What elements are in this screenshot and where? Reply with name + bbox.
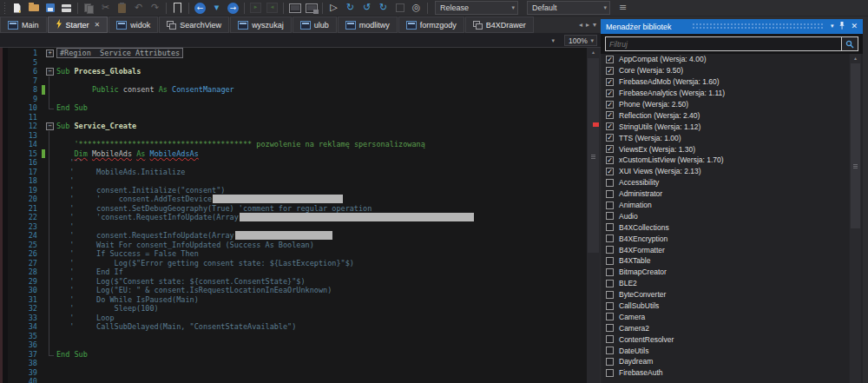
library-checkbox[interactable]: ✓ (606, 156, 614, 164)
library-checkbox[interactable]: ✓ (606, 67, 614, 75)
library-item[interactable]: B4XTable (602, 255, 849, 267)
rapid-debug-button[interactable]: ↺ (359, 2, 374, 15)
library-checkbox[interactable] (606, 257, 614, 265)
fold-expand-icon[interactable]: + (46, 50, 54, 57)
tab-scroll-left-icon[interactable]: ◂ (579, 21, 582, 29)
tab-searchview[interactable]: SearchView (159, 17, 229, 33)
library-item[interactable]: B4XEncryption (602, 233, 849, 244)
scrollbar-thumb[interactable] (588, 58, 599, 253)
member-dropdown[interactable]: ▾ (7, 35, 559, 46)
filter-input[interactable] (606, 37, 841, 50)
tab-b4xdrawer[interactable]: B4XDrawer (465, 17, 534, 33)
library-checkbox[interactable] (606, 313, 614, 320)
library-checkbox[interactable]: ✓ (606, 78, 614, 86)
library-item[interactable]: B4XCollections (602, 221, 849, 233)
library-item[interactable]: ✓xCustomListView (Wersja: 1.70) (602, 155, 849, 166)
conditional-symbols-combo[interactable]: Default▾ (527, 1, 610, 15)
library-item[interactable]: Daydream (602, 356, 849, 367)
bridge-button[interactable] (304, 2, 319, 15)
library-checkbox[interactable]: ✓ (606, 168, 614, 175)
library-checkbox[interactable] (606, 234, 614, 242)
panel-title-bar[interactable]: Menadżer bibliotek ▾ ✕ (601, 19, 863, 34)
library-checkbox[interactable] (606, 291, 614, 299)
scroll-up-icon[interactable]: ▴ (850, 55, 861, 61)
library-checkbox[interactable] (606, 268, 614, 276)
navigate-back-caret[interactable]: ▾ (209, 2, 224, 15)
library-checkbox[interactable] (606, 335, 614, 343)
library-item[interactable]: Audio (602, 210, 849, 221)
tab-modlitwy[interactable]: modlitwy (338, 17, 398, 33)
library-item[interactable]: Camera (602, 311, 849, 322)
library-item[interactable]: Animation (602, 200, 849, 211)
library-checkbox[interactable]: ✓ (606, 111, 614, 119)
tab-scroll-right-icon[interactable]: ▸ (586, 21, 589, 29)
library-item[interactable]: Administrator (602, 188, 849, 200)
library-item[interactable]: ✓StringUtils (Wersja: 1.12) (602, 121, 849, 132)
library-item[interactable]: ✓Phone (Wersja: 2.50) (602, 99, 849, 110)
scroll-up-icon[interactable]: ▴ (587, 49, 600, 55)
code-editor[interactable]: 1+#Region Service Attributes56−Sub Proce… (0, 48, 587, 383)
resume-button[interactable]: ↻ (376, 2, 391, 15)
navigate-forward-button[interactable]: → (226, 2, 240, 15)
library-checkbox[interactable]: ✓ (606, 101, 614, 109)
library-item[interactable]: Accessibility (602, 177, 849, 188)
compile-run-button[interactable]: ↻ (343, 2, 358, 15)
tab-widok[interactable]: widok (108, 17, 158, 33)
toolbar-overflow[interactable]: ≡ (615, 2, 630, 15)
tab-ulub[interactable]: ulub (293, 17, 337, 33)
library-checkbox[interactable] (606, 246, 614, 254)
library-item[interactable]: FirebaseAuth (602, 367, 849, 379)
library-item[interactable]: ✓AppCompat (Wersja: 4.00) (602, 54, 849, 65)
close-icon[interactable]: ✕ (95, 21, 101, 29)
fold-collapse-icon[interactable]: − (46, 68, 54, 76)
editor-zoom-dropdown[interactable]: 100% ▾ (564, 35, 597, 46)
library-checkbox[interactable] (606, 347, 614, 354)
library-item[interactable]: ✓ViewsEx (Wersja: 1.30) (602, 143, 849, 155)
close-icon[interactable]: ✕ (851, 23, 858, 30)
library-checkbox[interactable]: ✓ (606, 145, 614, 153)
tab-main[interactable]: Main (0, 17, 47, 33)
library-item[interactable]: ✓FirebaseAdMob (Wersja: 1.60) (602, 76, 849, 88)
designer-button[interactable] (287, 2, 302, 15)
library-checkbox[interactable] (606, 302, 614, 310)
library-checkbox[interactable]: ✓ (606, 89, 614, 97)
library-item[interactable]: Camera2 (602, 322, 849, 333)
library-checkbox[interactable] (606, 190, 614, 198)
library-item[interactable]: BitmapCreator (602, 267, 849, 278)
tab-starter[interactable]: Starter✕ (48, 17, 108, 33)
library-checkbox[interactable] (606, 201, 614, 209)
library-item[interactable]: CallSubUtils (602, 300, 849, 312)
library-item[interactable]: ✓FirebaseAnalytics (Wersja: 1.11) (602, 88, 849, 99)
library-checkbox[interactable] (606, 324, 614, 332)
library-checkbox[interactable] (606, 369, 614, 377)
library-item[interactable]: ✓Reflection (Wersja: 2.40) (602, 109, 849, 121)
library-item[interactable]: BLE2 (602, 278, 849, 289)
export-zip-button[interactable] (59, 2, 74, 15)
library-checkbox[interactable]: ✓ (606, 56, 614, 63)
library-checkbox[interactable] (606, 358, 614, 366)
open-button[interactable] (26, 2, 41, 15)
library-item[interactable]: ✓TTS (Wersja: 1.00) (602, 132, 849, 143)
library-checkbox[interactable] (606, 223, 614, 231)
tab-list-menu-icon[interactable]: ▾ (593, 21, 596, 29)
editor-vertical-scrollbar[interactable]: ▴ (587, 48, 600, 383)
new-button[interactable] (10, 2, 24, 15)
pin-icon[interactable] (838, 22, 845, 31)
scrollbar-thumb[interactable] (851, 63, 860, 228)
library-checkbox[interactable] (606, 280, 614, 287)
clean-project-button[interactable]: ◎ (409, 2, 424, 15)
library-item[interactable]: ✓Core (Wersja: 9.50) (602, 65, 849, 76)
library-item[interactable]: ✓XUI Views (Wersja: 2.13) (602, 166, 849, 177)
panel-menu-icon[interactable]: ▾ (831, 23, 834, 30)
library-item[interactable]: B4XFormatter (602, 244, 849, 255)
fold-collapse-icon[interactable]: − (46, 122, 54, 130)
library-checkbox[interactable]: ✓ (606, 122, 614, 130)
search-button[interactable] (841, 37, 858, 50)
library-item[interactable]: ContentResolver (602, 333, 849, 345)
save-button[interactable] (43, 2, 57, 15)
run-button[interactable]: ▷ (326, 2, 341, 15)
tab-wyszukaj[interactable]: wyszukaj (230, 17, 292, 33)
library-checkbox[interactable]: ✓ (606, 134, 614, 142)
tab-formzgody[interactable]: formzgody (398, 17, 464, 33)
error-marker[interactable] (593, 122, 599, 127)
